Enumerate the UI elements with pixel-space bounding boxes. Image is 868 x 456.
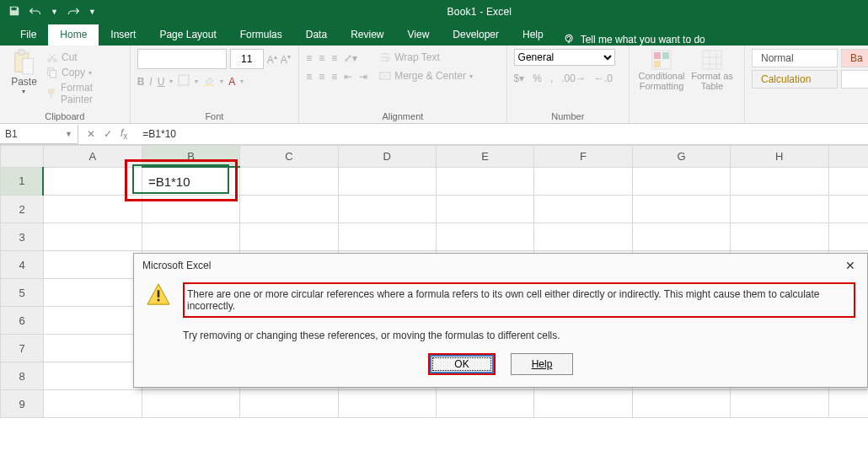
redo-icon[interactable] (67, 5, 80, 19)
ribbon: Paste ▾ Cut Copy ▾ Format Painter Clipbo… (0, 46, 868, 124)
border-button[interactable] (178, 74, 190, 89)
chevron-down-icon[interactable]: ▼ (65, 130, 72, 138)
chevron-down-icon: ▾ (22, 88, 25, 95)
style-more[interactable] (841, 70, 868, 89)
col-header-E[interactable]: E (437, 146, 534, 168)
comma-format-icon[interactable]: , (550, 72, 553, 84)
close-icon[interactable]: ✕ (842, 259, 859, 272)
fill-color-button[interactable] (203, 74, 215, 89)
undo-icon[interactable] (29, 5, 42, 19)
align-middle-icon[interactable]: ≡ (319, 52, 324, 64)
row-header-9[interactable]: 9 (1, 390, 44, 418)
qat-dropdown-1[interactable]: ▼ (51, 8, 58, 16)
percent-format-icon[interactable]: % (533, 72, 542, 84)
font-color-button[interactable]: A (228, 76, 235, 88)
ok-button[interactable]: OK (431, 356, 493, 373)
format-as-table-button[interactable]: Format as Table (687, 49, 737, 91)
col-header-A[interactable]: A (43, 146, 142, 168)
style-bad[interactable]: Ba (841, 49, 868, 67)
tab-home[interactable]: Home (48, 24, 99, 46)
tab-page-layout[interactable]: Page Layout (147, 24, 228, 46)
cell-A1[interactable] (43, 167, 142, 196)
row-header-8[interactable]: 8 (1, 362, 44, 390)
col-header-I[interactable]: I (828, 146, 868, 168)
svg-rect-13 (654, 52, 661, 59)
svg-rect-9 (179, 75, 189, 85)
decrease-decimal-icon[interactable]: ←.0 (594, 72, 613, 84)
dialog-message-1: There are one or more circular reference… (185, 285, 853, 315)
copy-button[interactable]: Copy ▾ (46, 66, 123, 79)
help-button[interactable]: Help (511, 353, 573, 375)
select-all-corner[interactable] (1, 146, 44, 168)
row-header-3[interactable]: 3 (1, 223, 44, 251)
col-header-B[interactable]: B (142, 146, 239, 168)
tab-data[interactable]: Data (294, 24, 339, 46)
row-header-4[interactable]: 4 (1, 251, 44, 279)
row-header-5[interactable]: 5 (1, 279, 44, 307)
warning-icon (146, 282, 171, 306)
dialog-title: Microsoft Excel (142, 260, 211, 271)
format-painter-button[interactable]: Format Painter (46, 81, 123, 106)
save-icon[interactable] (8, 5, 20, 19)
paste-button[interactable]: Paste ▾ (7, 49, 41, 95)
group-number-title: Number (514, 110, 622, 121)
font-name-input[interactable] (137, 49, 227, 69)
name-box[interactable]: B1 ▼ (0, 125, 78, 144)
tell-me[interactable]: Tell me what you want to do (555, 34, 705, 46)
conditional-formatting-button[interactable]: Conditional Formatting (636, 49, 687, 91)
style-calculation[interactable]: Calculation (752, 70, 838, 89)
tab-review[interactable]: Review (339, 24, 395, 46)
align-top-icon[interactable]: ≡ (306, 52, 312, 64)
svg-rect-2 (19, 50, 25, 55)
title-bar: ▼ ▼ Book1 - Excel (0, 0, 868, 24)
accounting-format-icon[interactable]: $▾ (514, 72, 525, 84)
col-header-C[interactable]: C (240, 146, 338, 168)
col-header-H[interactable]: H (731, 146, 828, 168)
number-format-select[interactable]: General (514, 49, 615, 66)
decrease-font-icon[interactable]: A▾ (281, 53, 291, 66)
increase-decimal-icon[interactable]: .00→ (561, 72, 586, 84)
tab-formulas[interactable]: Formulas (228, 24, 294, 46)
decrease-indent-icon[interactable]: ⇤ (344, 71, 352, 83)
group-clipboard-title: Clipboard (7, 110, 123, 121)
tab-view[interactable]: View (396, 24, 442, 46)
align-bottom-icon[interactable]: ≡ (331, 52, 337, 64)
row-header-1[interactable]: 1 (1, 167, 44, 196)
formula-input[interactable]: =B1*10 (136, 128, 868, 140)
col-header-D[interactable]: D (338, 146, 436, 168)
error-dialog: Microsoft Excel ✕ There are one or more … (133, 253, 868, 388)
bold-button[interactable]: B (137, 76, 145, 88)
row-header-2[interactable]: 2 (1, 196, 44, 223)
quick-access-toolbar: ▼ ▼ (5, 5, 96, 19)
qat-customize-icon[interactable]: ▼ (88, 8, 96, 16)
font-size-input[interactable] (230, 49, 264, 69)
enter-formula-icon[interactable]: ✓ (104, 128, 112, 140)
tab-help[interactable]: Help (511, 24, 555, 46)
cut-button[interactable]: Cut (46, 51, 123, 64)
tab-developer[interactable]: Developer (441, 24, 511, 46)
tab-insert[interactable]: Insert (99, 24, 147, 46)
col-header-F[interactable]: F (534, 146, 632, 168)
cell-C1[interactable] (240, 167, 338, 196)
cancel-formula-icon[interactable]: ✕ (87, 128, 95, 140)
align-right-icon[interactable]: ≡ (331, 71, 337, 83)
merge-center-button[interactable]: Merge & Center ▾ (379, 69, 473, 83)
tab-file[interactable]: File (8, 24, 48, 46)
svg-rect-16 (703, 51, 721, 69)
align-center-icon[interactable]: ≡ (319, 71, 324, 83)
row-header-7[interactable]: 7 (1, 335, 44, 362)
increase-font-icon[interactable]: A▴ (267, 53, 277, 66)
italic-button[interactable]: I (149, 76, 152, 88)
increase-indent-icon[interactable]: ⇥ (359, 71, 367, 83)
group-alignment-title: Alignment (306, 110, 499, 121)
row-header-6[interactable]: 6 (1, 307, 44, 335)
orientation-icon[interactable]: ⤢▾ (344, 52, 357, 64)
cell-B1[interactable]: =B1*10 (142, 167, 239, 196)
fx-icon[interactable]: fx (121, 127, 127, 141)
underline-button[interactable]: U (158, 76, 165, 88)
wrap-text-button[interactable]: Wrap Text (379, 51, 473, 64)
style-normal[interactable]: Normal (752, 49, 838, 67)
align-left-icon[interactable]: ≡ (306, 71, 312, 83)
col-header-G[interactable]: G (632, 146, 730, 168)
annotation-ok: OK (428, 353, 496, 375)
